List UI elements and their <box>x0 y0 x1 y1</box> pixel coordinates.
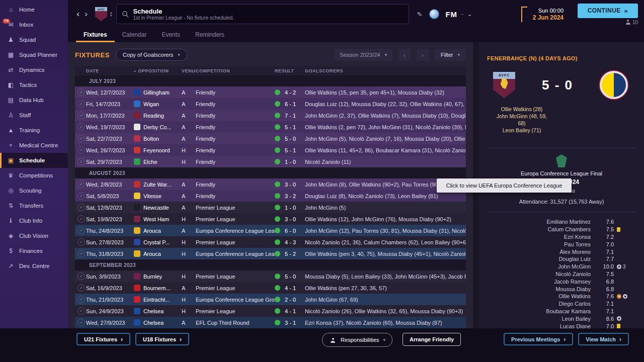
back-button[interactable]: ‹ <box>74 9 82 19</box>
player-name[interactable]: Moussa Diaby <box>487 286 596 292</box>
u21-fixtures-button[interactable]: U21 Fixtures› <box>76 333 130 345</box>
continue-button[interactable]: CONTINUE » <box>578 4 638 18</box>
fixture-row[interactable]: ✓Thu, 31/8/2023AroucaHEuropa Conference … <box>75 248 466 259</box>
rating-row[interactable]: Diego Carlos7.1 <box>487 300 636 308</box>
sidebar-item-competitions[interactable]: ♛Competitions <box>0 168 68 183</box>
sidebar-item-home[interactable]: ⌂Home <box>0 2 68 17</box>
fixture-row[interactable]: ✓Wed, 2/8/2023Zulte War...AFriendly3 - 0… <box>75 178 466 190</box>
match-competition[interactable]: Europa Conference League Final <box>487 170 636 176</box>
result-score[interactable]: 6 - 1 <box>285 101 296 107</box>
player-name[interactable]: Calum Chambers <box>487 226 596 232</box>
sidebar-item-schedule[interactable]: ▣Schedule <box>0 153 68 168</box>
column-header-result[interactable]: RESULT <box>275 68 305 73</box>
column-header-goalscorers[interactable]: GOALSCORERS <box>305 68 466 73</box>
sidebar-item-staff[interactable]: ♙Staff <box>0 108 68 123</box>
u18-fixtures-button[interactable]: U18 Fixtures› <box>135 333 189 345</box>
result-score[interactable]: 5 - 1 <box>285 124 296 130</box>
player-name[interactable]: Nicolò Zaniolo <box>487 271 596 277</box>
result-score[interactable]: 4 - 2 <box>285 89 296 96</box>
sidebar-item-dev-centre[interactable]: ↗Dev. Centre <box>0 258 68 274</box>
opposition-name[interactable]: Newcastle <box>143 205 169 211</box>
player-name[interactable]: John McGinn <box>487 263 596 269</box>
result-score[interactable]: 3 - 2 <box>285 193 296 199</box>
fixture-row[interactable]: ✓Sun, 3/9/2023BurnleyHPremier League5 - … <box>75 270 466 282</box>
result-score[interactable]: 3 - 1 <box>285 320 296 326</box>
opposition-name[interactable]: Wigan <box>143 101 159 107</box>
view-selector-dropdown[interactable]: Copy of Goalscorers ▾ <box>116 49 187 61</box>
away-crest-icon[interactable] <box>600 71 628 99</box>
result-score[interactable]: 5 - 0 <box>285 274 296 280</box>
opposition-name[interactable]: Zulte War... <box>143 182 172 188</box>
arrange-friendly-button[interactable]: Arrange Friendly <box>403 333 461 346</box>
opposition-name[interactable]: Bournem... <box>143 285 171 291</box>
result-score[interactable]: 5 - 1 <box>285 147 296 153</box>
section-title-bar[interactable]: Schedule 1st in Premier League - No fixt… <box>116 4 409 24</box>
result-score[interactable]: 4 - 3 <box>285 239 296 245</box>
opposition-name[interactable]: Gillingham <box>143 89 170 96</box>
fixture-row[interactable]: ✓Sat, 16/9/2023Bournem...APremier League… <box>75 282 466 294</box>
sidebar-item-dynamics[interactable]: ⇄Dynamics <box>0 62 68 77</box>
result-score[interactable]: 5 - 0 <box>285 136 296 142</box>
rating-row[interactable]: Emiliano Martinez7.6 <box>487 218 636 226</box>
fixture-row[interactable]: ✓Sat, 5/8/2023VitesseAFriendly3 - 2Dougl… <box>75 190 466 202</box>
view-match-button[interactable]: View Match› <box>578 333 629 345</box>
rating-row[interactable]: Jacob Ramsey6.8 <box>487 278 636 285</box>
column-header-competition[interactable]: COMPETITION <box>196 68 275 73</box>
responsibilities-button[interactable]: Responsibilities ▾ <box>322 333 392 347</box>
sidebar-item-data-hub[interactable]: ▤Data Hub <box>0 93 68 108</box>
result-score[interactable]: 4 - 1 <box>285 308 296 314</box>
opposition-name[interactable]: Feyenoord <box>143 147 170 153</box>
fixture-row[interactable]: ✓Wed, 27/9/2023ChelseaAEFL Cup Third Rou… <box>75 317 466 328</box>
rating-row[interactable]: Leon Bailey8.6 <box>487 315 636 322</box>
rating-row[interactable]: Lucas Digne7.0 <box>487 322 636 328</box>
sidebar-item-club-vision[interactable]: ◈Club Vision <box>0 228 68 243</box>
rating-row[interactable]: Douglas Luiz7.7 <box>487 255 636 263</box>
column-header-venue[interactable]: VENUE <box>182 68 196 73</box>
column-header-opposition[interactable]: ▲OPPOSITION <box>133 68 182 73</box>
player-name[interactable]: Boubacar Kamara <box>487 308 596 314</box>
rating-row[interactable]: John McGinn10.03 <box>487 263 636 270</box>
globe-icon[interactable] <box>429 9 439 19</box>
player-name[interactable]: Diego Carlos <box>487 301 596 307</box>
result-score[interactable]: 2 - 0 <box>285 297 296 303</box>
sidebar-item-transfers[interactable]: ⇅Transfers <box>0 198 68 213</box>
club-crest-icon[interactable]: AVFC <box>95 7 107 21</box>
tab-events[interactable]: Events <box>154 28 188 42</box>
fixture-row[interactable]: ✓Wed, 26/7/2023FeyenoordHFriendly5 - 1Ol… <box>75 144 466 156</box>
filter-dropdown[interactable]: Filter ▾ <box>435 49 466 61</box>
result-score[interactable]: 6 - 0 <box>285 228 296 234</box>
home-crest-icon[interactable]: AVFC <box>493 72 515 98</box>
fixture-row[interactable]: ✓Sat, 22/7/2023BoltonAFriendly5 - 0John … <box>75 133 466 144</box>
fixture-row[interactable]: ✓Sun, 27/8/2023Crystal P...HPremier Leag… <box>75 236 466 248</box>
fixture-row[interactable]: ✓Sun, 24/9/2023ChelseaHPremier League4 -… <box>75 305 466 317</box>
forward-button[interactable]: › <box>82 9 90 19</box>
fixture-row[interactable]: ✓Fri, 14/7/2023WiganAFriendly6 - 1Dougla… <box>75 98 466 110</box>
opposition-name[interactable]: Eintracht... <box>143 297 170 303</box>
rating-row[interactable]: Pau Torres7.0 <box>487 240 636 248</box>
sidebar-item-club-info[interactable]: ℹClub Info <box>0 213 68 228</box>
rating-row[interactable]: Boubacar Kamara7.1 <box>487 308 636 315</box>
season-next-button[interactable]: › <box>417 49 429 61</box>
sidebar-item-finances[interactable]: $Finances <box>0 243 68 258</box>
result-score[interactable]: 4 - 1 <box>285 285 296 291</box>
opposition-name[interactable]: Vitesse <box>143 193 162 199</box>
sidebar-item-medical-centre[interactable]: +Medical Centre <box>0 138 68 153</box>
player-name[interactable]: Álex Moreno <box>487 249 596 255</box>
sidebar-item-squad[interactable]: ♟Squad <box>0 32 68 47</box>
fixture-row[interactable]: ✓Sat, 29/7/2023ElcheHFriendly1 - 0Nicolò… <box>75 156 466 167</box>
opposition-name[interactable]: Reading <box>143 113 164 119</box>
fixture-row[interactable]: ✓Wed, 12/7/2023GillinghamAFriendly4 - 2O… <box>75 86 466 98</box>
opposition-name[interactable]: Burnley <box>143 274 162 280</box>
tab-fixtures[interactable]: Fixtures <box>76 28 115 42</box>
sidebar-item-scouting[interactable]: ◎Scouting <box>0 183 68 198</box>
opposition-name[interactable]: West Ham <box>143 216 169 222</box>
sidebar-item-inbox[interactable]: ✉Inbox75 <box>0 17 68 32</box>
season-prev-button[interactable]: ‹ <box>398 49 411 61</box>
player-name[interactable]: Ollie Watkins <box>487 293 596 299</box>
player-name[interactable]: Ezri Konsa <box>487 234 596 240</box>
player-name[interactable]: Pau Torres <box>487 241 596 247</box>
opposition-name[interactable]: Chelsea <box>143 320 164 326</box>
result-score[interactable]: 3 - 0 <box>285 182 296 188</box>
opposition-name[interactable]: Bolton <box>143 136 159 142</box>
opposition-name[interactable]: Crystal P... <box>143 239 170 245</box>
